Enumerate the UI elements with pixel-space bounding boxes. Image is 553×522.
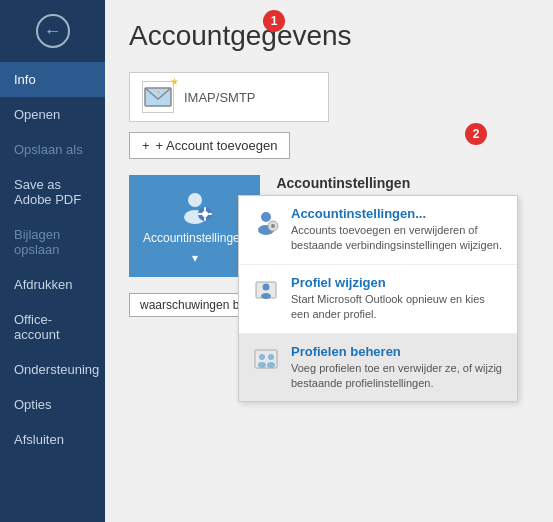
svg-rect-8 [198, 213, 202, 215]
sidebar-item-openen[interactable]: Openen [0, 97, 105, 132]
sidebar: ← Info Openen Opslaan als Save as Adobe … [0, 0, 105, 522]
sidebar-item-ondersteuning[interactable]: Ondersteuning [0, 352, 105, 387]
dropdown-profielen-title: Profielen beheren [291, 344, 505, 359]
svg-rect-6 [204, 207, 206, 211]
sidebar-item-opslaan-als: Opslaan als [0, 132, 105, 167]
svg-point-20 [268, 354, 274, 360]
dropdown-arrow-icon: ▾ [192, 251, 198, 265]
sidebar-item-info[interactable]: Info [0, 62, 105, 97]
badge-1: 1 [263, 10, 285, 32]
dropdown-profielen-icon [251, 344, 281, 374]
sidebar-item-save-adobe[interactable]: Save as Adobe PDF [0, 167, 105, 217]
sidebar-item-office-account[interactable]: Office-account [0, 302, 105, 352]
dropdown-acct-desc: Accounts toevoegen en verwijderen of bes… [291, 223, 505, 254]
svg-point-15 [263, 283, 270, 290]
add-icon: + [142, 138, 150, 153]
dropdown-acct-title: Accountinstellingen... [291, 206, 505, 221]
svg-point-10 [261, 212, 271, 222]
svg-rect-9 [208, 213, 212, 215]
account-settings-icon [176, 187, 214, 225]
svg-point-21 [267, 362, 275, 368]
sidebar-item-afsluiten[interactable]: Afsluiten [0, 422, 105, 457]
main-content: 1 Accountgegevens ★ IMAP/SMTP + + Accoun… [105, 0, 553, 522]
svg-point-2 [188, 193, 202, 207]
account-type-label: IMAP/SMTP [184, 90, 256, 105]
svg-point-18 [259, 354, 265, 360]
star-icon: ★ [170, 76, 179, 87]
back-button[interactable]: ← [0, 0, 105, 62]
account-icon: ★ [142, 81, 174, 113]
dropdown-item-profiel-wijzigen[interactable]: Profiel wijzigen Start Microsoft Outlook… [239, 265, 517, 334]
svg-point-13 [271, 224, 275, 228]
sidebar-item-afdrukken[interactable]: Afdrukken [0, 267, 105, 302]
svg-rect-7 [204, 217, 206, 221]
page-title: Accountgegevens [129, 20, 529, 52]
badge-2: 2 [465, 123, 487, 145]
dropdown-profiel-icon [251, 275, 281, 305]
svg-point-19 [258, 362, 266, 368]
svg-point-5 [202, 211, 208, 217]
account-card: ★ IMAP/SMTP [129, 72, 329, 122]
envelope-icon [144, 86, 172, 108]
dropdown-item-profielen-beheren[interactable]: Profielen beheren Voeg profielen toe en … [239, 334, 517, 402]
dropdown-acct-icon [251, 206, 281, 236]
dropdown-profiel-desc: Start Microsoft Outlook opnieuw en kies … [291, 292, 505, 323]
info-panel-title: Accountinstellingen [276, 175, 529, 191]
back-arrow-icon: ← [36, 14, 70, 48]
dropdown-profielen-desc: Voeg profielen toe en verwijder ze, of w… [291, 361, 505, 392]
svg-point-16 [261, 293, 271, 299]
add-account-button[interactable]: + + Account toevoegen [129, 132, 290, 159]
sidebar-item-bijlagen: Bijlagen opslaan [0, 217, 105, 267]
dropdown-menu: Accountinstellingen... Accounts toevoege… [238, 195, 518, 402]
sidebar-item-opties[interactable]: Opties [0, 387, 105, 422]
dropdown-profiel-title: Profiel wijzigen [291, 275, 505, 290]
account-settings-label: Accountinstellingen [143, 231, 246, 245]
dropdown-item-accountinstellingen[interactable]: Accountinstellingen... Accounts toevoege… [239, 196, 517, 265]
